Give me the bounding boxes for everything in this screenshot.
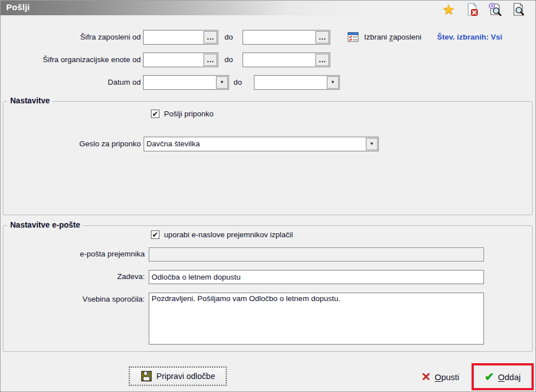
submit-button-label: Oddaj [498,372,521,382]
date-to-field[interactable]: ▼ [254,75,340,90]
recipient-email-label: e-pošta prejemnika [3,247,145,262]
cancel-button-label: Opusti [435,372,459,382]
employee-do-label: do [224,30,233,45]
use-recipient-addresses-checkbox[interactable]: ✔ uporabi e-naslove prejemnikov izplačil [151,230,293,239]
send-attachment-checkbox-label: Pošlji priponko [164,110,214,118]
org-unit-from-lookup-button[interactable]: … [204,54,217,66]
chevron-down-icon: ▼ [220,80,224,85]
prepare-decisions-button[interactable]: Pripravi odločbe [129,367,227,386]
attachment-password-value: Davčna številka [146,137,200,151]
send-attachment-checkbox-box[interactable]: ✔ [151,110,159,118]
cancel-button-accesskey: O [435,372,442,382]
email-group-title: Nastavitve e-pošte [7,220,83,229]
settings-groupbox: Nastavitve ✔ Pošlji priponko Geslo za pr… [3,101,533,215]
org-unit-range-label: Šifra organizacijske enote od [1,53,141,67]
date-from-dropdown-button[interactable]: ▼ [216,76,228,89]
employee-preview-icon-svg [488,2,502,16]
employee-range-label: Šifra zaposleni od [1,30,141,45]
date-to-dropdown-button[interactable]: ▼ [327,76,339,89]
message-body-textarea[interactable]: Pozdravljeni. Pošiljamo vam Odločbo o le… [149,293,483,344]
org-unit-do-label: do [224,53,233,67]
subject-field[interactable] [149,270,484,284]
submit-button-rest: ddaj [505,372,521,382]
date-range-label: Datum od [1,75,141,90]
star-glyph: ★ [443,3,455,16]
attachment-password-dropdown-button[interactable]: ▼ [366,138,378,150]
cancel-button-rest: pusti [441,372,459,382]
org-unit-from-field[interactable]: … [143,53,218,67]
chevron-down-icon: ▼ [370,142,374,146]
submit-button[interactable]: ✔ Oddaj [485,371,521,382]
favorite-star-icon[interactable]: ★ [442,2,456,16]
selected-count-text: Štev. izbranih: Vsi [437,30,502,45]
recipient-email-input [149,248,483,261]
attachment-password-select[interactable]: Davčna številka ▼ [144,137,379,151]
cancel-x-icon: ✕ [421,371,431,382]
checklist-icon-svg [347,31,359,43]
submit-check-icon: ✔ [485,371,494,382]
send-dialog: Pošlji ★ [0,0,536,392]
use-recipient-addresses-checkbox-box[interactable]: ✔ [151,230,159,239]
report-preview-icon-svg [511,2,525,16]
subject-input[interactable] [149,271,483,284]
use-recipient-addresses-checkbox-label: uporabi e-naslove prejemnikov izplačil [164,230,293,239]
titlebar-toolbar: ★ [442,2,525,16]
selected-employees-link-pre: Izbrani [364,33,389,41]
close-report-icon[interactable] [465,2,479,16]
subject-label: Zadeva: [3,269,145,284]
employee-from-field[interactable]: … [143,30,218,45]
selected-employees-link-post: aposleni [393,33,421,41]
message-body-label: Vsebina sporočila: [3,292,145,307]
prepare-decisions-button-label: Pripravi odločbe [157,372,215,381]
employee-preview-icon[interactable] [488,2,502,16]
attachment-password-label: Geslo za priponko [3,137,141,151]
checkmark-icon: ✔ [152,110,158,117]
settings-group-title: Nastavitve [7,96,53,105]
date-do-label: do [234,75,242,90]
employee-from-lookup-button[interactable]: … [204,31,217,43]
employee-to-field[interactable]: … [243,30,330,45]
submit-highlight-frame: ✔ Oddaj [472,363,534,390]
selected-employees-icon[interactable] [347,31,359,43]
date-from-field[interactable]: ▼ [143,75,229,90]
submit-button-accesskey: O [498,372,505,382]
employee-to-lookup-button[interactable]: … [315,31,329,43]
checkmark-icon: ✔ [152,231,158,238]
org-unit-to-lookup-button[interactable]: … [315,54,329,66]
message-body-field[interactable]: Pozdravljeni. Pošiljamo vam Odločbo o le… [149,293,484,345]
report-preview-icon[interactable] [511,2,525,16]
org-unit-to-field[interactable]: … [243,53,330,67]
save-floppy-icon [141,371,152,382]
chevron-down-icon: ▼ [331,80,335,85]
recipient-email-field [149,247,484,262]
cancel-button[interactable]: ✕ Opusti [421,369,459,384]
selected-employees-link[interactable]: Izbrani zaposleni [364,30,421,45]
window-title: Pošlji [6,2,30,12]
close-report-icon-svg [465,2,479,16]
email-settings-groupbox: Nastavitve e-pošte ✔ uporabi e-naslove p… [3,225,533,352]
send-attachment-checkbox[interactable]: ✔ Pošlji priponko [151,110,214,118]
